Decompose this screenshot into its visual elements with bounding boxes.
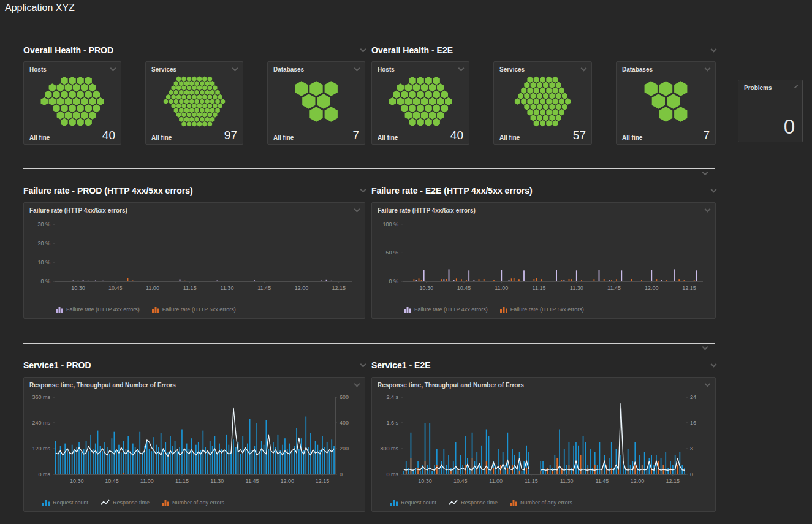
hexagon-healthy bbox=[41, 97, 48, 105]
hexagon-healthy bbox=[302, 94, 315, 109]
hexagon-healthy bbox=[179, 81, 184, 86]
section-header-failure-e2e: Failure rate - E2E (HTTP 4xx/5xx errors) bbox=[371, 184, 716, 197]
status-text: All fine bbox=[499, 134, 520, 141]
svg-text:11:30: 11:30 bbox=[221, 285, 234, 291]
legend-item[interactable]: Failure rate (HTTP 5xx errors) bbox=[152, 306, 236, 313]
chevron-down-icon[interactable] bbox=[110, 66, 116, 72]
health-tile-databases-e2e[interactable]: Databases All fine 7 bbox=[616, 61, 716, 145]
legend-item[interactable]: Number of any errors bbox=[510, 499, 572, 506]
chevron-down-icon[interactable] bbox=[354, 381, 360, 387]
problems-tile[interactable]: Problems 0 bbox=[738, 80, 803, 142]
chevron-down-icon[interactable] bbox=[232, 66, 238, 72]
chevron-down-icon[interactable] bbox=[711, 361, 717, 367]
health-tile-services-prod[interactable]: Services All fine 97 bbox=[145, 61, 243, 145]
hexagon-healthy bbox=[527, 109, 533, 115]
chevron-down-icon[interactable] bbox=[705, 207, 711, 213]
hexagon-healthy bbox=[73, 83, 80, 91]
bar-chart-icon bbox=[56, 306, 63, 313]
hexagon-healthy bbox=[527, 98, 533, 104]
hexagon-healthy bbox=[208, 94, 213, 100]
hexagon-healthy bbox=[674, 81, 687, 96]
line-chart-icon bbox=[449, 499, 458, 506]
hexagon-healthy bbox=[556, 115, 561, 121]
failure-rate-prod-tile[interactable]: Failure rate (HTTP 4xx/5xx errors) 0 %10… bbox=[23, 202, 365, 319]
hexagon-healthy bbox=[57, 83, 64, 91]
chevron-down-icon[interactable] bbox=[581, 66, 587, 72]
tile-footer: All fine 40 bbox=[29, 129, 115, 141]
hexagon-healthy bbox=[389, 97, 397, 105]
hexagon-healthy bbox=[53, 104, 60, 112]
legend-item[interactable]: Request count bbox=[42, 499, 88, 506]
legend-item[interactable]: Failure rate (HTTP 4xx errors) bbox=[56, 306, 140, 313]
chart-svg: 0 ms120 ms240 ms360 ms020040060010:3010:… bbox=[26, 392, 362, 489]
chevron-down-icon[interactable] bbox=[711, 46, 717, 52]
hexagon-healthy bbox=[61, 77, 68, 85]
honeycomb-svg bbox=[621, 75, 710, 127]
health-tile-hosts-prod[interactable]: Hosts All fine 40 bbox=[23, 61, 121, 145]
health-tile-databases-prod[interactable]: Databases All fine 7 bbox=[267, 61, 365, 145]
legend-item[interactable]: Response time bbox=[101, 499, 150, 506]
chevron-down-icon[interactable] bbox=[360, 46, 366, 52]
hexagon-healthy bbox=[429, 83, 436, 91]
service1-e2e-tile[interactable]: Response time, Throughput and Number of … bbox=[371, 377, 716, 512]
chevron-down-icon[interactable] bbox=[354, 207, 360, 213]
bar-chart-icon bbox=[390, 499, 398, 506]
hexagon-healthy bbox=[652, 94, 665, 109]
tile-title: Services bbox=[151, 66, 176, 73]
hexagon-healthy bbox=[218, 104, 222, 109]
hexagon-healthy bbox=[202, 77, 207, 82]
chevron-down-icon[interactable] bbox=[705, 381, 711, 387]
chevron-down-icon[interactable] bbox=[360, 361, 366, 367]
service1-prod-tile[interactable]: Response time, Throughput and Number of … bbox=[23, 377, 365, 512]
hexagon-healthy bbox=[659, 81, 672, 96]
svg-text:12:15: 12:15 bbox=[332, 285, 346, 291]
hexagon-healthy bbox=[61, 118, 68, 126]
hexagon-healthy bbox=[192, 112, 196, 118]
hexagon-healthy bbox=[562, 104, 567, 110]
svg-text:11:45: 11:45 bbox=[257, 285, 271, 291]
svg-text:12:00: 12:00 bbox=[280, 478, 294, 484]
hexagon-healthy bbox=[205, 99, 210, 104]
legend-item[interactable]: Response time bbox=[449, 499, 498, 506]
hexagon-healthy bbox=[405, 97, 412, 105]
hexagon-healthy bbox=[543, 93, 548, 99]
hexagon-healthy bbox=[208, 121, 213, 127]
chart-legend: Failure rate (HTTP 4xx errors)Failure ra… bbox=[404, 306, 584, 313]
failure-rate-prod-chart: 0 %10 %20 %30 %10:3010:4511:0011:1511:30… bbox=[26, 218, 362, 296]
hexagon-healthy bbox=[181, 112, 186, 118]
svg-text:600: 600 bbox=[340, 394, 349, 400]
chevron-down-icon[interactable] bbox=[711, 186, 717, 192]
line-chart-icon bbox=[101, 499, 110, 506]
chevron-down-icon[interactable] bbox=[458, 66, 465, 72]
hexagon-healthy bbox=[556, 82, 561, 88]
bar-chart-icon bbox=[404, 306, 411, 313]
svg-text:11:15: 11:15 bbox=[525, 478, 538, 484]
hexagon-healthy bbox=[213, 94, 217, 100]
legend-item[interactable]: Request count bbox=[390, 499, 436, 506]
chevron-down-icon[interactable] bbox=[702, 170, 708, 176]
hex-cluster bbox=[273, 75, 360, 127]
chevron-down-icon[interactable] bbox=[360, 186, 366, 192]
legend-item[interactable]: Failure rate (HTTP 5xx errors) bbox=[500, 306, 584, 313]
chevron-down-icon[interactable] bbox=[702, 344, 708, 351]
hexagon-healthy bbox=[73, 97, 80, 105]
health-tile-services-e2e[interactable]: Services All fine 57 bbox=[493, 61, 592, 145]
hexagon-healthy bbox=[543, 104, 548, 110]
svg-text:240 ms: 240 ms bbox=[32, 420, 50, 426]
svg-text:11:15: 11:15 bbox=[533, 285, 546, 291]
hexagon-healthy bbox=[441, 104, 449, 112]
dashboard: { "page": { "title": "Application XYZ" }… bbox=[0, 0, 812, 524]
legend-label: Request count bbox=[401, 499, 436, 506]
legend-item[interactable]: Number of any errors bbox=[162, 499, 224, 506]
chevron-down-icon[interactable] bbox=[705, 66, 711, 72]
hexagon-healthy bbox=[200, 90, 204, 96]
hexagon-healthy bbox=[69, 91, 76, 99]
tile-title: Failure rate (HTTP 4xx/5xx errors) bbox=[29, 207, 127, 214]
svg-text:10:30: 10:30 bbox=[418, 478, 432, 484]
hexagon-healthy bbox=[181, 85, 186, 91]
legend-item[interactable]: Failure rate (HTTP 4xx errors) bbox=[404, 306, 488, 313]
chevron-down-icon[interactable] bbox=[354, 66, 360, 72]
legend-label: Failure rate (HTTP 5xx errors) bbox=[510, 306, 584, 313]
failure-rate-e2e-tile[interactable]: Failure rate (HTTP 4xx/5xx errors) 0 %50… bbox=[371, 202, 716, 319]
health-tile-hosts-e2e[interactable]: Hosts All fine 40 bbox=[371, 61, 469, 145]
